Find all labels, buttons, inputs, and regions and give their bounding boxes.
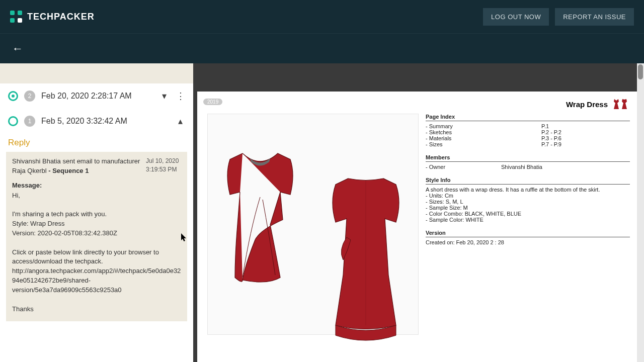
- techpack-sheet: 2019 Wrap Dress: [197, 92, 640, 362]
- report-issue-button[interactable]: REPORT AN ISSUE: [555, 8, 634, 26]
- style-line: - Sample Size: M: [426, 205, 630, 211]
- radio-unselected-icon[interactable]: [8, 116, 18, 126]
- section-heading: Page Index: [426, 114, 630, 121]
- version-row[interactable]: 1 Feb 5, 2020 3:32:42 AM ▴: [0, 109, 193, 134]
- section-heading: Style Info: [426, 177, 630, 185]
- message-timestamp: Jul 10, 2020 3:19:53 PM: [146, 157, 181, 176]
- dress-thumbnail-icon: [621, 99, 628, 110]
- style-info-section: Style Info A short dress with a wrap dre…: [426, 177, 630, 223]
- style-line: - Sizes: S, M, L: [426, 199, 630, 205]
- message-body: Hi, I'm sharing a tech pack with you. St…: [12, 191, 181, 314]
- radio-selected-icon[interactable]: [8, 91, 18, 101]
- message-from: Shivanshi Bhatia sent email to manufactu…: [12, 157, 141, 176]
- style-line: - Sample Color: WHITE: [426, 217, 630, 223]
- logout-button[interactable]: LOG OUT NOW: [483, 8, 549, 26]
- version-row[interactable]: 2 Feb 20, 2020 2:28:17 AM ▾ ⋮: [0, 83, 193, 109]
- mouse-cursor-icon: [181, 233, 188, 242]
- style-thumbnails: [613, 99, 628, 110]
- page-title: Wrap Dress: [566, 100, 608, 109]
- version-date: Feb 5, 2020 3:32:42 AM: [41, 117, 169, 126]
- brand-name: TECHPACKER: [27, 12, 95, 22]
- index-row: - SketchesP.2 - P.2: [426, 129, 630, 135]
- year-badge: 2019: [203, 99, 222, 105]
- chevron-up-icon[interactable]: ▴: [175, 116, 185, 127]
- logo-icon: [10, 11, 22, 23]
- version-count-badge: 2: [24, 90, 35, 102]
- index-row: - SummaryP.1: [426, 123, 630, 129]
- dress-front-sketch-icon: [215, 124, 305, 325]
- version-section: Version Created on: Feb 20, 2020 2 : 28: [426, 230, 630, 245]
- document-preview-area: 2019 Wrap Dress: [193, 63, 644, 362]
- index-row: - MaterialsP.3 - P.6: [426, 135, 630, 141]
- versions-sidebar: 2 Feb 20, 2020 2:28:17 AM ▾ ⋮ 1 Feb 5, 2…: [0, 63, 193, 362]
- sidebar-header-spacer: [0, 63, 193, 83]
- page-index-section: Page Index - SummaryP.1 - SketchesP.2 - …: [426, 114, 630, 147]
- scrollbar-thumb[interactable]: [638, 64, 643, 79]
- version-count-badge: 1: [24, 116, 35, 127]
- style-description: A short dress with a wrap dress. It has …: [426, 187, 630, 193]
- more-menu-icon[interactable]: ⋮: [175, 90, 185, 102]
- version-date: Feb 20, 2020 2:28:17 AM: [41, 92, 153, 101]
- section-heading: Version: [426, 230, 630, 237]
- reply-link[interactable]: Reply: [0, 134, 193, 150]
- brand-logo[interactable]: TECHPACKER: [10, 11, 95, 23]
- dress-thumbnail-icon: [613, 99, 620, 110]
- message-label: Message:: [12, 181, 181, 191]
- style-line: - Units: Cm: [426, 193, 630, 199]
- back-arrow-icon[interactable]: ←: [12, 42, 23, 55]
- index-row: - SizesP.7 - P.9: [426, 141, 630, 147]
- sketch-panel: [207, 114, 419, 335]
- members-section: Members - OwnerShivanshi Bhatia: [426, 154, 630, 170]
- member-row: - OwnerShivanshi Bhatia: [426, 164, 630, 170]
- message-card: Shivanshi Bhatia sent email to manufactu…: [6, 152, 187, 321]
- section-heading: Members: [426, 154, 630, 162]
- style-line: - Color Combo: BLACK, WHITE, BLUE: [426, 211, 630, 217]
- dress-back-sketch-icon: [320, 154, 411, 362]
- chevron-down-icon[interactable]: ▾: [159, 90, 169, 102]
- version-created: Created on: Feb 20, 2020 2 : 28: [426, 239, 630, 245]
- scrollbar-track[interactable]: [637, 63, 644, 362]
